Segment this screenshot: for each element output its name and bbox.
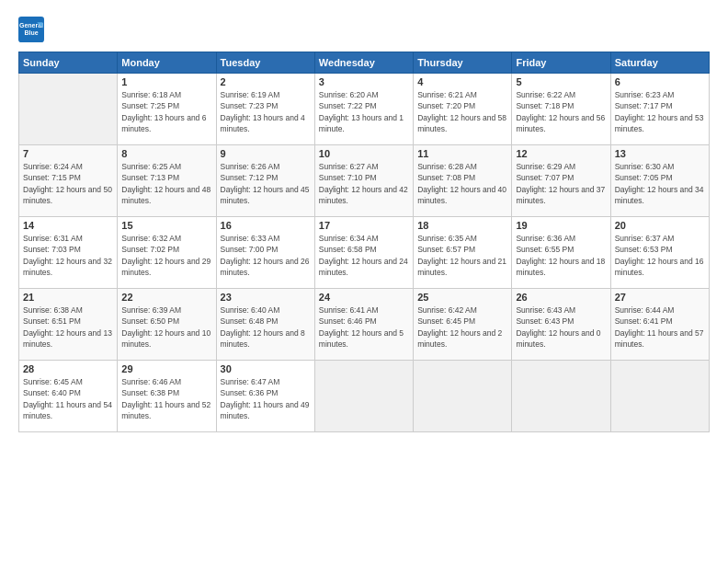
calendar-cell — [314, 361, 413, 432]
day-detail: Sunrise: 6:29 AMSunset: 7:07 PMDaylight:… — [516, 161, 606, 206]
week-row-1: 1Sunrise: 6:18 AMSunset: 7:25 PMDaylight… — [19, 74, 710, 145]
day-number: 22 — [121, 292, 211, 303]
day-detail: Sunrise: 6:44 AMSunset: 6:41 PMDaylight:… — [615, 304, 705, 350]
calendar-cell: 20Sunrise: 6:37 AMSunset: 6:53 PMDayligh… — [610, 217, 709, 289]
week-row-3: 14Sunrise: 6:31 AMSunset: 7:03 PMDayligh… — [19, 217, 710, 289]
day-number: 3 — [319, 76, 409, 87]
week-row-2: 7Sunrise: 6:24 AMSunset: 7:15 PMDaylight… — [19, 145, 710, 217]
day-detail: Sunrise: 6:36 AMSunset: 6:55 PMDaylight:… — [516, 233, 606, 278]
day-detail: Sunrise: 6:45 AMSunset: 6:40 PMDaylight:… — [23, 376, 113, 421]
day-number: 25 — [417, 292, 507, 303]
day-number: 8 — [121, 148, 211, 159]
calendar-cell: 18Sunrise: 6:35 AMSunset: 6:57 PMDayligh… — [414, 217, 512, 289]
logo: General Blue — [18, 17, 51, 42]
day-detail: Sunrise: 6:31 AMSunset: 7:03 PMDaylight:… — [23, 233, 113, 278]
day-number: 1 — [121, 76, 211, 87]
day-detail: Sunrise: 6:39 AMSunset: 6:50 PMDaylight:… — [121, 304, 211, 350]
week-row-4: 21Sunrise: 6:38 AMSunset: 6:51 PMDayligh… — [19, 289, 710, 361]
calendar-cell: 12Sunrise: 6:29 AMSunset: 7:07 PMDayligh… — [512, 145, 610, 217]
day-detail: Sunrise: 6:21 AMSunset: 7:20 PMDaylight:… — [417, 89, 507, 134]
day-detail: Sunrise: 6:40 AMSunset: 6:48 PMDaylight:… — [221, 304, 311, 350]
calendar-table: SundayMondayTuesdayWednesdayThursdayFrid… — [18, 52, 710, 432]
day-number: 21 — [23, 292, 113, 303]
calendar-cell: 25Sunrise: 6:42 AMSunset: 6:45 PMDayligh… — [414, 289, 512, 361]
day-number: 16 — [221, 220, 311, 231]
calendar-cell: 30Sunrise: 6:47 AMSunset: 6:36 PMDayligh… — [216, 361, 314, 432]
weekday-header-thursday: Thursday — [414, 52, 512, 74]
day-number: 12 — [516, 148, 606, 159]
calendar-cell — [414, 361, 512, 432]
calendar-cell: 14Sunrise: 6:31 AMSunset: 7:03 PMDayligh… — [19, 217, 118, 289]
day-detail: Sunrise: 6:25 AMSunset: 7:13 PMDaylight:… — [121, 161, 211, 206]
calendar-cell: 9Sunrise: 6:26 AMSunset: 7:12 PMDaylight… — [216, 145, 314, 217]
weekday-header-saturday: Saturday — [610, 52, 709, 74]
day-number: 29 — [121, 363, 211, 374]
day-detail: Sunrise: 6:43 AMSunset: 6:43 PMDaylight:… — [516, 304, 606, 350]
calendar-cell: 19Sunrise: 6:36 AMSunset: 6:55 PMDayligh… — [512, 217, 610, 289]
day-number: 4 — [417, 76, 507, 87]
day-number: 11 — [417, 148, 507, 159]
day-number: 18 — [417, 220, 507, 231]
calendar-cell: 8Sunrise: 6:25 AMSunset: 7:13 PMDaylight… — [118, 145, 216, 217]
calendar-cell: 10Sunrise: 6:27 AMSunset: 7:10 PMDayligh… — [314, 145, 413, 217]
day-detail: Sunrise: 6:37 AMSunset: 6:53 PMDaylight:… — [615, 233, 705, 278]
day-number: 2 — [221, 76, 311, 87]
day-detail: Sunrise: 6:35 AMSunset: 6:57 PMDaylight:… — [417, 233, 507, 278]
calendar-cell: 7Sunrise: 6:24 AMSunset: 7:15 PMDaylight… — [19, 145, 118, 217]
calendar-cell: 28Sunrise: 6:45 AMSunset: 6:40 PMDayligh… — [19, 361, 118, 432]
calendar-cell: 2Sunrise: 6:19 AMSunset: 7:23 PMDaylight… — [216, 74, 314, 145]
weekday-header-monday: Monday — [118, 52, 216, 74]
day-detail: Sunrise: 6:32 AMSunset: 7:02 PMDaylight:… — [121, 233, 211, 278]
weekday-header-friday: Friday — [512, 52, 610, 74]
weekday-header-wednesday: Wednesday — [314, 52, 413, 74]
day-number: 27 — [615, 292, 705, 303]
weekday-header-sunday: Sunday — [19, 52, 118, 74]
calendar-cell: 4Sunrise: 6:21 AMSunset: 7:20 PMDaylight… — [414, 74, 512, 145]
logo-icon: General Blue — [18, 17, 44, 42]
calendar-cell: 1Sunrise: 6:18 AMSunset: 7:25 PMDaylight… — [118, 74, 216, 145]
calendar-cell: 29Sunrise: 6:46 AMSunset: 6:38 PMDayligh… — [118, 361, 216, 432]
day-detail: Sunrise: 6:26 AMSunset: 7:12 PMDaylight:… — [221, 161, 311, 206]
day-number: 17 — [319, 220, 409, 231]
day-number: 28 — [23, 363, 113, 374]
day-detail: Sunrise: 6:30 AMSunset: 7:05 PMDaylight:… — [615, 161, 705, 206]
calendar-cell: 11Sunrise: 6:28 AMSunset: 7:08 PMDayligh… — [414, 145, 512, 217]
calendar-cell: 26Sunrise: 6:43 AMSunset: 6:43 PMDayligh… — [512, 289, 610, 361]
day-detail: Sunrise: 6:38 AMSunset: 6:51 PMDaylight:… — [23, 304, 113, 350]
header: General Blue — [18, 17, 710, 42]
page: General Blue SundayMondayTuesdayWednesda… — [0, 0, 728, 563]
day-number: 24 — [319, 292, 409, 303]
day-detail: Sunrise: 6:27 AMSunset: 7:10 PMDaylight:… — [319, 161, 409, 206]
day-number: 7 — [23, 148, 113, 159]
calendar-cell: 23Sunrise: 6:40 AMSunset: 6:48 PMDayligh… — [216, 289, 314, 361]
calendar-cell: 24Sunrise: 6:41 AMSunset: 6:46 PMDayligh… — [314, 289, 413, 361]
day-number: 14 — [23, 220, 113, 231]
day-detail: Sunrise: 6:34 AMSunset: 6:58 PMDaylight:… — [319, 233, 409, 278]
day-detail: Sunrise: 6:46 AMSunset: 6:38 PMDaylight:… — [121, 376, 211, 421]
day-number: 19 — [516, 220, 606, 231]
day-number: 5 — [516, 76, 606, 87]
day-detail: Sunrise: 6:41 AMSunset: 6:46 PMDaylight:… — [319, 304, 409, 350]
day-detail: Sunrise: 6:22 AMSunset: 7:18 PMDaylight:… — [516, 89, 606, 134]
calendar-cell: 6Sunrise: 6:23 AMSunset: 7:17 PMDaylight… — [610, 74, 709, 145]
week-row-5: 28Sunrise: 6:45 AMSunset: 6:40 PMDayligh… — [19, 361, 710, 432]
svg-text:Blue: Blue — [24, 29, 38, 36]
day-number: 26 — [516, 292, 606, 303]
day-number: 20 — [615, 220, 705, 231]
calendar-cell: 3Sunrise: 6:20 AMSunset: 7:22 PMDaylight… — [314, 74, 413, 145]
calendar-cell: 22Sunrise: 6:39 AMSunset: 6:50 PMDayligh… — [118, 289, 216, 361]
day-number: 9 — [221, 148, 311, 159]
calendar-cell — [610, 361, 709, 432]
calendar-cell: 5Sunrise: 6:22 AMSunset: 7:18 PMDaylight… — [512, 74, 610, 145]
day-detail: Sunrise: 6:20 AMSunset: 7:22 PMDaylight:… — [319, 89, 409, 134]
calendar-cell: 27Sunrise: 6:44 AMSunset: 6:41 PMDayligh… — [610, 289, 709, 361]
weekday-header-tuesday: Tuesday — [216, 52, 314, 74]
day-detail: Sunrise: 6:19 AMSunset: 7:23 PMDaylight:… — [221, 89, 311, 134]
calendar-cell: 16Sunrise: 6:33 AMSunset: 7:00 PMDayligh… — [216, 217, 314, 289]
calendar-cell: 17Sunrise: 6:34 AMSunset: 6:58 PMDayligh… — [314, 217, 413, 289]
day-detail: Sunrise: 6:33 AMSunset: 7:00 PMDaylight:… — [221, 233, 311, 278]
calendar-cell: 21Sunrise: 6:38 AMSunset: 6:51 PMDayligh… — [19, 289, 118, 361]
day-detail: Sunrise: 6:42 AMSunset: 6:45 PMDaylight:… — [417, 304, 507, 350]
day-detail: Sunrise: 6:18 AMSunset: 7:25 PMDaylight:… — [121, 89, 211, 134]
calendar-cell: 13Sunrise: 6:30 AMSunset: 7:05 PMDayligh… — [610, 145, 709, 217]
